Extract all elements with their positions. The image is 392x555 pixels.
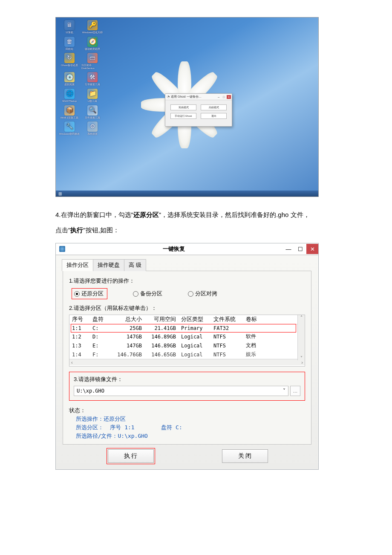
desktop-icon-label: 分区助手 DiskGenius [81,64,104,69]
disc-icon: ◔ [167,95,170,98]
desktop-icon[interactable]: 🧭驱动精灵程序 [81,37,104,51]
table-row[interactable]: 1:4F:146.76GB146.65GBLogicalNTFS娱乐 [69,350,305,359]
app-glyph-icon: 🔧 [64,121,75,132]
desktop-icon[interactable]: ↻Ghost备份还原 [58,53,81,69]
browse-button[interactable]: … [290,386,300,396]
close-button-bottom[interactable]: 关 闭 [222,449,268,463]
desktop-icon[interactable]: 🔍文件搜索工具 [81,105,104,119]
desktop-icon-label: 驱动精灵程序 [85,48,100,51]
app-glyph-icon: 🗃 [87,53,98,63]
horizontal-scrollbar[interactable]: ‹ › [69,359,305,365]
table-row[interactable]: 1:1C:25GB21.41GBPrimaryFAT32 [69,324,305,332]
app-glyph-icon: 🗑 [64,37,75,47]
scroll-left-icon[interactable]: ‹ [71,360,73,365]
table-row[interactable]: 1:2D:147GB146.89GBLogicalNTFS软件 [69,332,305,341]
app-glyph-icon: 🖥 [64,20,75,30]
app-glyph-icon: 🔍 [87,105,98,116]
desktop-icon[interactable]: 🗃分区助手 DiskGenius [81,53,104,69]
window-title: 一键恢复 [163,245,185,253]
manual-ghost-button[interactable]: 手动运行Ghost [170,113,196,119]
step3-label: 3.请选择镜像文件： [74,376,300,383]
radio-unchecked-icon [188,291,193,297]
image-path-value: U:\xp.GHO [77,388,104,394]
taskbar[interactable]: ⊞ [56,191,318,197]
desktop-icon-label: Ghost备份还原 [61,64,78,67]
desktop-icon-label: 系统设置 [87,133,98,136]
exit-button[interactable]: 退出 [201,113,227,119]
status-label: 状态： [69,407,305,414]
tab-disk[interactable]: 操作硬盘 [93,259,124,271]
table-row[interactable]: 1:3E:147GB146.89GBLogicalNTFS文档 [69,341,305,350]
scroll-down-icon[interactable]: ˅ [300,356,303,360]
desktop-screenshot: 🖥计算机🔑Windows优化大师🗑回收站🧭驱动精灵程序↻Ghost备份还原🗃分区… [55,17,319,197]
ghost-mini-dialog: ◔ 通用 Ghost 一键备份… – □ × 简易模式 高级模式 手动运行Gho… [165,93,232,127]
desktop-icon[interactable]: 🔧Windows密码修改 [58,121,81,136]
scroll-up-icon[interactable]: ˄ [300,315,303,320]
close-icon[interactable]: × [227,95,231,99]
desktop-icon[interactable]: 📁U盘工具 [81,89,104,103]
ghost-dialog-title: 通用 Ghost 一键备份… [171,95,202,99]
app-glyph-icon: 💿 [64,72,75,82]
minimize-button[interactable]: — [282,244,294,254]
table-header-row: 序号 盘符 总大小 可用空间 分区类型 文件系统 卷标 [69,315,305,324]
app-glyph-icon: 🌐 [64,89,75,99]
desktop-icon[interactable]: 🔑Windows优化大师 [81,20,104,34]
desktop-icon[interactable]: 💿虚拟光驱 [58,72,81,86]
partition-table[interactable]: 序号 盘符 总大小 可用空间 分区类型 文件系统 卷标 1:1C:25GB21.… [69,315,305,367]
desktop-icon-label: Win8.1安装工具 [61,116,79,119]
radio-clone[interactable]: 分区对拷 [188,290,217,298]
step4-instruction: 4.在弹出的新窗口中，勾选"还原分区"，选择系统安装目录，然后找到准备好的.gh… [55,207,337,238]
chevron-down-icon[interactable]: ˅ [283,388,285,394]
close-button[interactable]: ✕ [306,244,318,254]
app-glyph-icon: 🛠 [87,72,98,82]
radio-unchecked-icon [133,291,138,297]
desktop-icon[interactable]: 🌐WinNTSetup [58,89,81,103]
window-controls[interactable]: – □ × [216,95,231,99]
desktop-icon[interactable]: ⚙系统设置 [81,121,104,136]
run-button[interactable]: 执 行 [108,449,154,463]
step1-label: 1.请选择您要进行的操作： [69,277,305,285]
desktop-icon[interactable]: 🖥计算机 [58,20,81,34]
radio-backup[interactable]: 备份分区 [133,290,162,298]
app-glyph-icon: 📁 [87,89,98,99]
minimize-icon[interactable]: – [216,95,221,99]
desktop-icon-label: 虚拟光驱 [64,83,75,86]
desktop-icon[interactable]: 📦Win8.1安装工具 [58,105,81,119]
desktop-icon[interactable]: 🗑回收站 [58,37,81,51]
app-glyph-icon: ⚙ [87,121,98,132]
desktop-icon-label: Windows优化大师 [82,31,103,34]
vertical-scrollbar[interactable]: ˄ ˅ [297,315,305,360]
status-partition: 所选分区： 序号 1:1 盘符 C: [69,424,305,431]
start-button[interactable]: ⊞ [57,191,63,197]
maximize-button[interactable]: ☐ [294,244,306,254]
image-path-combo[interactable]: U:\xp.GHO ˅ [74,386,288,396]
desktop-icon-label: 回收站 [66,48,73,51]
desktop-icon-label: WinNTSetup [62,100,77,103]
app-glyph-icon: 🔑 [87,20,98,30]
restore-tool-window: 一键恢复 — ☐ ✕ 操作分区 操作硬盘 高 级 1.请选择您要进行的操作： [55,243,319,470]
app-glyph-icon: ↻ [64,53,75,63]
desktop-icon-label: 文件搜索工具 [85,116,100,119]
desktop-icon-label: 计算机 [66,31,73,34]
desktop-icon-label: U盘工具 [88,100,97,103]
status-file: 所选路径/文件：U:\xp.GHO [69,432,305,440]
desktop-icon-label: 引导修复工具 [85,83,100,86]
simple-mode-button[interactable]: 简易模式 [170,104,196,110]
desktop-icon-label: Windows密码修改 [59,133,80,136]
app-icon [59,246,65,252]
radio-checked-icon [74,291,80,297]
desktop-icon[interactable]: 🛠引导修复工具 [81,72,104,86]
tab-partition[interactable]: 操作分区 [62,259,93,271]
status-operation: 所选操作：还原分区 [69,415,305,423]
app-glyph-icon: 📦 [64,105,75,116]
scroll-right-icon[interactable]: › [301,360,303,365]
step2-label: 2.请选择分区（用鼠标左键单击）： [69,304,305,312]
maximize-icon[interactable]: □ [222,95,226,99]
advanced-mode-button[interactable]: 高级模式 [201,104,227,110]
tab-advanced[interactable]: 高 级 [124,259,146,271]
app-glyph-icon: 🧭 [87,37,98,47]
radio-restore[interactable]: 还原分区 [72,288,107,299]
